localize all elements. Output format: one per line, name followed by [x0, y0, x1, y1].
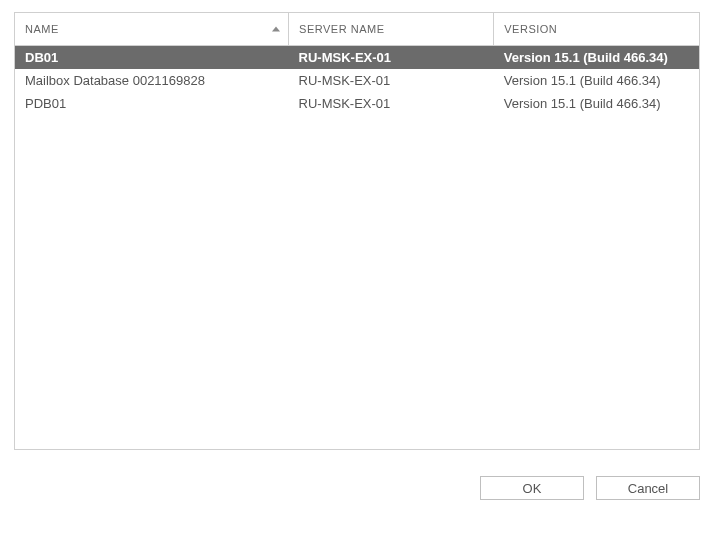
ok-button[interactable]: OK: [480, 476, 584, 500]
cell-version: Version 15.1 (Build 466.34): [494, 92, 699, 115]
cancel-button[interactable]: Cancel: [596, 476, 700, 500]
cell-server: RU-MSK-EX-01: [289, 46, 494, 70]
dialog-buttons: OK Cancel: [0, 460, 714, 500]
cell-name: Mailbox Database 0021169828: [15, 69, 289, 92]
cell-version: Version 15.1 (Build 466.34): [494, 69, 699, 92]
cell-server: RU-MSK-EX-01: [289, 92, 494, 115]
column-header-name-label: NAME: [25, 23, 59, 35]
sort-asc-icon: [272, 27, 280, 32]
column-header-version-label: VERSION: [504, 23, 557, 35]
database-table: NAME SERVER NAME VERSION DB01RU-MSK-EX-0…: [15, 13, 699, 115]
dialog-body: NAME SERVER NAME VERSION DB01RU-MSK-EX-0…: [0, 0, 714, 460]
database-grid: NAME SERVER NAME VERSION DB01RU-MSK-EX-0…: [14, 12, 700, 450]
table-row[interactable]: DB01RU-MSK-EX-01Version 15.1 (Build 466.…: [15, 46, 699, 70]
cell-name: PDB01: [15, 92, 289, 115]
header-row: NAME SERVER NAME VERSION: [15, 13, 699, 46]
column-header-server[interactable]: SERVER NAME: [289, 13, 494, 46]
column-header-name[interactable]: NAME: [15, 13, 289, 46]
table-row[interactable]: PDB01RU-MSK-EX-01Version 15.1 (Build 466…: [15, 92, 699, 115]
cell-server: RU-MSK-EX-01: [289, 69, 494, 92]
cell-name: DB01: [15, 46, 289, 70]
table-row[interactable]: Mailbox Database 0021169828RU-MSK-EX-01V…: [15, 69, 699, 92]
cell-version: Version 15.1 (Build 466.34): [494, 46, 699, 70]
column-header-server-label: SERVER NAME: [299, 23, 384, 35]
column-header-version[interactable]: VERSION: [494, 13, 699, 46]
